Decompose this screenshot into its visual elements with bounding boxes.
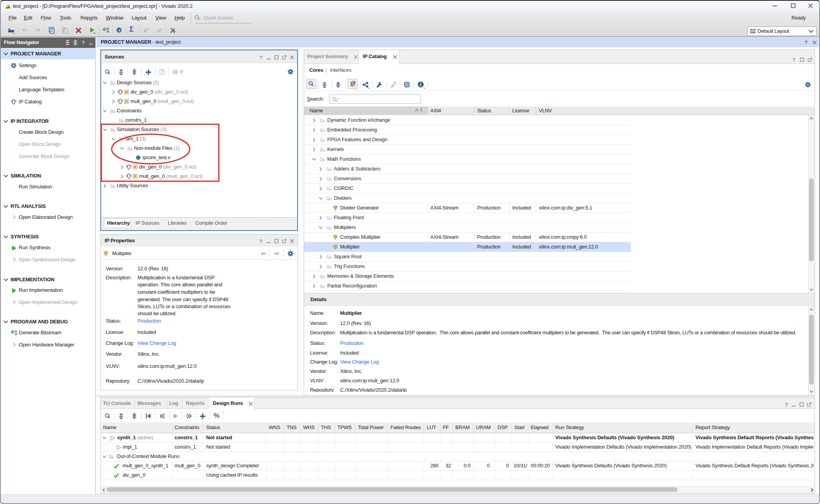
svg-text:?: ? <box>792 57 795 62</box>
svg-text:?: ? <box>259 55 262 60</box>
svg-text:?: ? <box>804 39 808 45</box>
svg-text:10: 10 <box>14 333 17 335</box>
svg-text:10: 10 <box>106 30 109 33</box>
svg-text:?: ? <box>82 40 84 45</box>
svg-text:?: ? <box>259 238 262 244</box>
svg-text:?: ? <box>785 402 788 407</box>
svg-text:01: 01 <box>106 27 109 30</box>
svg-text:01: 01 <box>14 330 17 333</box>
svg-text:?: ? <box>161 70 163 74</box>
